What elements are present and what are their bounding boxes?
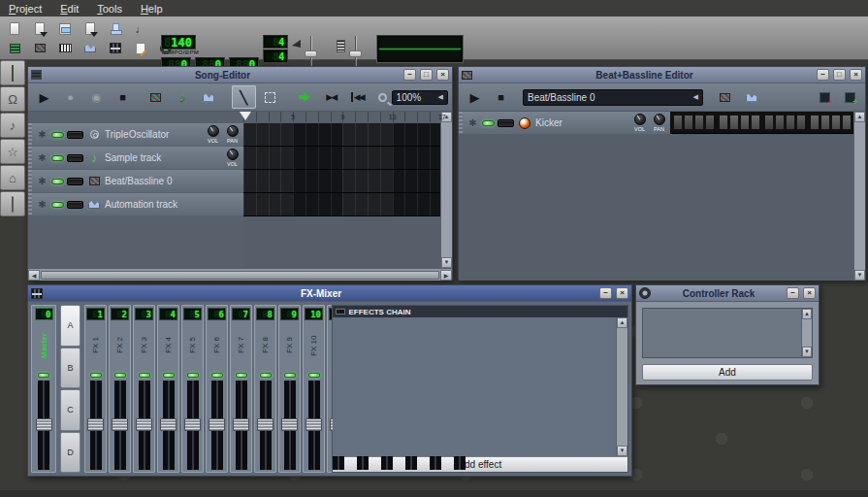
- menu-help[interactable]: Help: [141, 3, 163, 15]
- timesig-numerator-display[interactable]: 84: [263, 35, 288, 49]
- close-button[interactable]: ×: [850, 69, 862, 81]
- channel-fader[interactable]: [37, 381, 51, 470]
- track-automation-track[interactable]: ✱ Automation track: [28, 193, 243, 215]
- fader-handle[interactable]: [184, 418, 201, 431]
- menu-tools[interactable]: Tools: [97, 3, 122, 15]
- pan-knob[interactable]: PAN: [651, 114, 667, 132]
- toggle-bb-editor-button[interactable]: [28, 39, 51, 57]
- vol-knob[interactable]: VOL: [631, 114, 648, 132]
- play-button[interactable]: ▶: [463, 85, 487, 109]
- bb-editor-titlebar[interactable]: Beat+Bassline Editor − □ ×: [459, 67, 865, 83]
- add-controller-button[interactable]: Add: [642, 364, 813, 381]
- channel-fader[interactable]: [234, 381, 248, 470]
- channel-fader[interactable]: [209, 381, 224, 470]
- pan-knob[interactable]: PAN: [224, 125, 241, 144]
- scrollbar-handle[interactable]: [41, 271, 439, 280]
- fader-handle[interactable]: [87, 418, 104, 431]
- beat-step-13[interactable]: [810, 115, 820, 130]
- sidebar-my-projects-button[interactable]: Ω: [0, 86, 25, 112]
- fx-channel-fx-1[interactable]: 81 FX 1: [84, 305, 107, 473]
- fx-channel-fx-6[interactable]: 86 FX 6: [206, 305, 228, 473]
- channel-fader[interactable]: [258, 381, 273, 470]
- add-effect-button[interactable]: Add effect: [333, 456, 628, 472]
- track-solo-switch[interactable]: [67, 178, 83, 185]
- add-bb-track-button[interactable]: [713, 85, 737, 109]
- channel-mute-led[interactable]: [139, 373, 150, 378]
- scroll-down-arrow[interactable]: ▼: [854, 270, 865, 281]
- bank-D-button[interactable]: D: [60, 432, 80, 474]
- fx-channel-fx-7[interactable]: 87 FX 7: [230, 305, 252, 473]
- output-visualizer[interactable]: [376, 35, 464, 63]
- close-button[interactable]: ×: [803, 287, 816, 299]
- minimize-button[interactable]: −: [817, 69, 829, 81]
- vertical-scrollbar[interactable]: ▲ ▼: [616, 317, 627, 456]
- vertical-scrollbar[interactable]: ▲ ▼: [801, 309, 812, 357]
- fader-handle[interactable]: [136, 418, 152, 431]
- track-mute-led[interactable]: [51, 132, 64, 138]
- fader-handle[interactable]: [112, 418, 128, 431]
- fx-channel-fx-4[interactable]: 84 FX 4: [157, 305, 179, 473]
- toggle-piano-roll-button[interactable]: [53, 39, 77, 57]
- timeline-ruler[interactable]: 591317: [243, 112, 440, 123]
- minimize-button[interactable]: −: [403, 69, 416, 81]
- track-solo-switch[interactable]: [67, 201, 83, 209]
- rewind-button[interactable]: ◀◀: [345, 85, 370, 109]
- add-steps-button[interactable]: [838, 87, 861, 108]
- scroll-down-arrow[interactable]: ▼: [617, 446, 627, 456]
- vol-knob[interactable]: VOL: [205, 125, 221, 144]
- track-mute-led[interactable]: [51, 179, 64, 184]
- channel-mute-led[interactable]: [187, 373, 199, 378]
- channel-mute-led[interactable]: [38, 373, 49, 378]
- track-solo-switch[interactable]: [67, 131, 83, 139]
- add-automation-track-button[interactable]: [739, 85, 763, 109]
- fx-channel-master[interactable]: 80 Master: [31, 305, 56, 473]
- fx-channel-fx-10[interactable]: 10 FX 10: [303, 305, 325, 473]
- track-grip[interactable]: [28, 123, 32, 146]
- tempo-display[interactable]: 8140: [161, 35, 196, 50]
- beat-step-3[interactable]: [694, 115, 704, 130]
- toggle-song-editor-button[interactable]: [3, 39, 26, 57]
- close-button[interactable]: ×: [436, 69, 449, 81]
- track-actions-icon[interactable]: ✱: [36, 176, 48, 186]
- pitch-slider-handle[interactable]: [349, 50, 362, 57]
- scroll-down-arrow[interactable]: ▼: [441, 257, 452, 268]
- scroll-up-arrow[interactable]: ▲: [802, 309, 812, 319]
- channel-mute-led[interactable]: [211, 373, 223, 378]
- fader-handle[interactable]: [281, 418, 298, 431]
- import-file-button[interactable]: ♩: [129, 19, 152, 38]
- track-beat-bassline-0[interactable]: ✱ Beat/Bassline 0: [28, 170, 243, 192]
- fader-handle[interactable]: [233, 418, 249, 431]
- channel-fader[interactable]: [88, 381, 103, 470]
- minimize-button[interactable]: −: [787, 287, 799, 299]
- channel-fader[interactable]: [185, 381, 200, 470]
- scroll-down-arrow[interactable]: ▼: [802, 347, 812, 357]
- scroll-up-arrow[interactable]: ▲: [854, 112, 865, 122]
- jump-to-end-button[interactable]: ▶◀: [319, 85, 343, 109]
- horizontal-scrollbar[interactable]: ◀ ▶: [28, 268, 452, 281]
- beat-step-1[interactable]: [673, 115, 683, 130]
- minimize-button[interactable]: −: [599, 287, 612, 299]
- track-solo-switch[interactable]: [498, 119, 514, 127]
- track-mute-led[interactable]: [51, 202, 64, 208]
- beat-step-10[interactable]: [775, 115, 785, 130]
- toggle-automation-editor-button[interactable]: [79, 39, 102, 57]
- pattern-selector[interactable]: Beat/Bassline 0◀: [523, 89, 703, 106]
- sidebar-my-home-button[interactable]: ⌂: [0, 165, 25, 190]
- track-grip[interactable]: [28, 147, 32, 169]
- beat-step-9[interactable]: [764, 115, 774, 130]
- channel-mute-led[interactable]: [236, 373, 247, 378]
- menu-project[interactable]: Project: [9, 3, 42, 15]
- channel-mute-led[interactable]: [163, 373, 175, 378]
- knob-dial[interactable]: [227, 125, 239, 137]
- knob-dial[interactable]: [227, 149, 239, 160]
- sidebar-instruments-button[interactable]: [0, 60, 25, 85]
- channel-fader[interactable]: [306, 381, 321, 470]
- timesig-denominator-display[interactable]: 84: [263, 50, 288, 63]
- menu-edit[interactable]: Edit: [60, 3, 79, 15]
- stop-button[interactable]: ■: [111, 85, 135, 109]
- track-actions-icon[interactable]: ✱: [36, 129, 48, 140]
- fader-handle[interactable]: [305, 418, 322, 431]
- close-button[interactable]: ×: [616, 287, 628, 299]
- sidebar-my-presets-button[interactable]: ☆: [0, 139, 25, 164]
- vertical-scrollbar[interactable]: ▲ ▼: [440, 112, 452, 268]
